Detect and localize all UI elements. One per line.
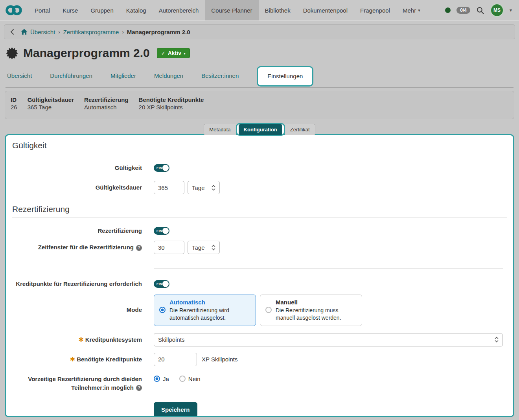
nav-item-katalog[interactable]: Katalog bbox=[120, 0, 153, 20]
nav-item-bibliothek[interactable]: Bibliothek bbox=[259, 0, 297, 20]
toggle-knob bbox=[162, 165, 169, 171]
toggle-knob bbox=[162, 281, 169, 287]
kreditpunkte-erforderlich-toggle[interactable]: EIN bbox=[154, 280, 169, 288]
rezertifizierung-toggle[interactable]: EIN bbox=[154, 227, 169, 235]
ja-radio[interactable] bbox=[154, 376, 160, 382]
subtab-metadata[interactable]: Metadata bbox=[204, 124, 236, 135]
radio-option-ja[interactable]: Ja bbox=[154, 376, 169, 382]
nein-label: Nein bbox=[188, 376, 201, 382]
summary-col-rezertifizierung: Rezertifizierung Automatisch bbox=[84, 96, 129, 114]
help-icon[interactable]: ? bbox=[136, 385, 142, 391]
breadcrumb-separator-icon: › bbox=[122, 29, 123, 35]
mode-automatisch-title: Automatisch bbox=[169, 299, 250, 306]
kreditpunktesystem-label: Kreditpunktesystem bbox=[85, 336, 142, 343]
summary-header: Benötigte Kreditpunkte bbox=[139, 96, 204, 103]
row-mode: Mode Automatisch Die Rezertifizierung wi… bbox=[12, 295, 507, 326]
row-benoetigte-kreditpunkte: ✱Benötigte Kreditpunkte XP Skillpoints bbox=[12, 353, 507, 366]
tab-besitzerinnen[interactable]: Besitzer:innen bbox=[200, 72, 240, 79]
summary-col-id: ID 26 bbox=[11, 96, 17, 114]
page-title: Managerprogramm 2.0 bbox=[23, 46, 150, 60]
mode-card-automatisch[interactable]: Automatisch Die Rezertifizierung wird au… bbox=[154, 295, 256, 326]
notification-count-badge[interactable]: 0/4 bbox=[456, 7, 470, 14]
toggle-knob bbox=[162, 228, 169, 234]
subtab-zertifikat[interactable]: Zertifikat bbox=[285, 124, 315, 135]
tab-einstellungen-highlight: Einstellungen bbox=[257, 66, 313, 87]
select-arrows-icon bbox=[212, 245, 215, 251]
summary-value: 20 XP Skillpoints bbox=[139, 104, 204, 111]
summary-col-gueltigkeitsdauer: Gültigkeitsdauer 365 Tage bbox=[28, 96, 74, 114]
section-divider bbox=[154, 268, 503, 269]
benoetigte-kreditpunkte-label: Benötigte Kreditpunkte bbox=[77, 356, 142, 363]
openolat-logo-icon[interactable] bbox=[0, 0, 28, 20]
user-avatar[interactable]: MS bbox=[490, 4, 504, 17]
online-status-dot bbox=[445, 7, 451, 13]
mode-automatisch-radio[interactable] bbox=[159, 307, 166, 313]
certificate-badge-icon bbox=[6, 47, 18, 60]
search-icon[interactable] bbox=[476, 6, 484, 15]
tab-mitglieder[interactable]: Mitglieder bbox=[109, 72, 138, 79]
radio-option-nein[interactable]: Nein bbox=[179, 376, 201, 382]
help-icon[interactable]: ? bbox=[136, 245, 142, 251]
row-gueltigkeitsdauer: Gültigkeitsdauer Tage bbox=[12, 181, 507, 194]
tab-uebersicht[interactable]: Übersicht bbox=[6, 72, 33, 79]
breadcrumb-separator-icon: › bbox=[58, 29, 60, 35]
gueltigkeit-toggle[interactable]: EIN bbox=[154, 164, 169, 172]
home-icon[interactable] bbox=[21, 29, 28, 35]
kreditpunktesystem-select-value: Skillpoints bbox=[158, 336, 185, 343]
status-label: Aktiv bbox=[168, 50, 181, 56]
unit-select-value: Tage bbox=[192, 244, 205, 251]
nav-item-fragenpool[interactable]: Fragenpool bbox=[354, 0, 396, 20]
summary-col-kreditpunkte: Benötigte Kreditpunkte 20 XP Skillpoints bbox=[139, 96, 204, 114]
row-kreditpunktesystem: ✱Kreditpunktesystem Skillpoints bbox=[12, 333, 507, 346]
nav-item-mehr-label: Mehr bbox=[403, 7, 416, 14]
user-menu-caret-icon[interactable]: ▾ bbox=[510, 7, 512, 13]
configuration-panel: Gültigkeit Gültigkeit EIN Gültigkeitsdau… bbox=[5, 134, 514, 417]
nein-radio[interactable] bbox=[179, 376, 186, 382]
breadcrumb: Übersicht › Zertifikatsprogramme › Manag… bbox=[4, 24, 515, 39]
zeitfenster-unit-select[interactable]: Tage bbox=[188, 241, 220, 254]
breadcrumb-link-uebersicht[interactable]: Übersicht bbox=[30, 29, 55, 35]
kreditpunkte-unit-suffix: XP Skillpoints bbox=[202, 356, 237, 363]
summary-value: 365 Tage bbox=[28, 104, 74, 111]
gueltigkeitsdauer-unit-select[interactable]: Tage bbox=[188, 181, 220, 194]
nav-item-kurse[interactable]: Kurse bbox=[56, 0, 84, 20]
zeitfenster-input[interactable] bbox=[154, 241, 184, 254]
back-chevron-icon[interactable] bbox=[10, 29, 15, 35]
check-icon: ✓ bbox=[161, 50, 166, 56]
tab-durchfuehrungen[interactable]: Durchführungen bbox=[48, 72, 94, 79]
ja-label: Ja bbox=[163, 376, 169, 382]
tab-meldungen[interactable]: Meldungen bbox=[153, 72, 185, 79]
benoetigte-kreditpunkte-input[interactable] bbox=[154, 353, 197, 366]
nav-item-gruppen[interactable]: Gruppen bbox=[84, 0, 120, 20]
subtab-konfiguration-highlight: Konfiguration bbox=[236, 123, 285, 136]
save-button[interactable]: Speichern bbox=[154, 402, 197, 417]
tab-einstellungen[interactable]: Einstellungen bbox=[267, 73, 303, 79]
summary-value: Automatisch bbox=[84, 104, 129, 111]
tab-bar: Übersicht Durchführungen Mitglieder Meld… bbox=[6, 64, 513, 88]
toggle-on-label: EIN bbox=[156, 229, 162, 233]
vorzeitige-label-line1: Vorzeitige Rezertifizierung durch die/de… bbox=[28, 376, 142, 382]
nav-item-autorenbereich[interactable]: Autorenbereich bbox=[153, 0, 205, 20]
nav-item-mehr[interactable]: Mehr ▾ bbox=[396, 0, 427, 20]
mode-card-manuell[interactable]: Manuell Die Rezertifizierung muss manuel… bbox=[260, 295, 362, 326]
gueltigkeitsdauer-input[interactable] bbox=[154, 181, 184, 194]
nav-item-portal[interactable]: Portal bbox=[28, 0, 56, 20]
kreditpunkte-erforderlich-label: Kreditpunkte für Rezertifizierung erford… bbox=[12, 280, 142, 288]
vorzeitige-radio-group: Ja Nein bbox=[154, 376, 201, 382]
mode-manuell-description: Die Rezertifizierung muss manuell ausgel… bbox=[276, 307, 356, 322]
zeitfenster-label: Zeitfenster für die Rezertifizierung bbox=[38, 244, 134, 251]
mode-manuell-radio[interactable] bbox=[265, 307, 272, 313]
status-dropdown-button[interactable]: ✓ Aktiv ▾ bbox=[157, 48, 190, 58]
chevron-down-icon: ▾ bbox=[184, 51, 186, 55]
nav-item-course-planner[interactable]: Course Planner bbox=[205, 0, 258, 20]
row-rezertifizierung: Rezertifizierung EIN bbox=[12, 227, 507, 235]
summary-area: ID 26 Gültigkeitsdauer 365 Tage Rezertif… bbox=[5, 91, 514, 133]
section-title-gueltigkeit: Gültigkeit bbox=[12, 140, 507, 154]
select-arrows-icon bbox=[495, 337, 499, 343]
nav-item-dokumentenpool[interactable]: Dokumentenpool bbox=[297, 0, 354, 20]
toggle-on-label: EIN bbox=[156, 166, 162, 170]
kreditpunktesystem-select[interactable]: Skillpoints bbox=[154, 333, 503, 346]
gueltigkeitsdauer-label: Gültigkeitsdauer bbox=[12, 183, 142, 192]
subtab-konfiguration[interactable]: Konfiguration bbox=[239, 124, 282, 135]
breadcrumb-link-zertifikatsprogramme[interactable]: Zertifikatsprogramme bbox=[63, 29, 119, 35]
